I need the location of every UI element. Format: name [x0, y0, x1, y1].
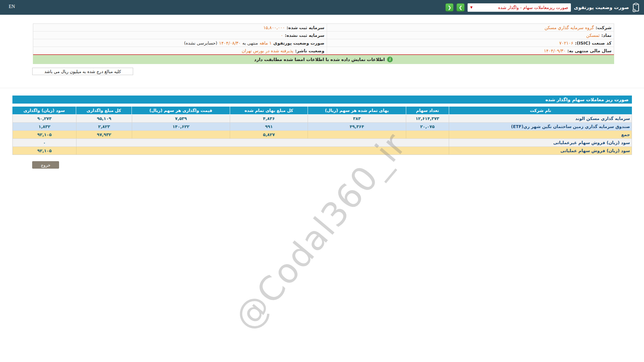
codal360-watermark: @Codal360_ir	[227, 125, 414, 338]
company-info-table: شرکت: گروه سرمایه گذاري مسکن سرمایه ثبت …	[33, 23, 614, 55]
row-cost-per-share: ۳۸۳	[308, 115, 406, 122]
nav-prev-button[interactable]: ❮	[445, 3, 453, 11]
column-header-cost-per-share: بهای تمام شده هر سهم (ریال)	[308, 107, 406, 114]
info-row-isic: کد صنعت (ISIC): ۷۰۲۱۰۶ صورت وضعیت پورتفو…	[33, 39, 614, 47]
info-row-fiscal-year: سال مالی منتهی به: ۱۴۰۴/۰۹/۳۰ وضعیت ناشر…	[33, 47, 614, 54]
issuer-status-label: وضعیت ناشر:	[295, 48, 324, 53]
fiscal-year-value: ۱۴۰۴/۰۹/۳۰	[544, 48, 566, 53]
chevron-down-icon: ▼	[470, 6, 473, 9]
unit-note-box: کلیه مبالغ درج شده به میلیون ریال می باش…	[32, 68, 133, 75]
total-profit: ۹۲,۱۰۵	[13, 131, 76, 138]
transactions-table-header: نام شرکت تعداد سهام بهای تمام شده هر سهم…	[12, 107, 632, 114]
statement-period-mid: منتهی به	[243, 41, 258, 46]
info-row-symbol: نماد: ثمسکن سرمایه ثبت نشده: ۰	[33, 32, 614, 39]
row-total-cost: ۹۹۱	[230, 123, 308, 130]
report-select-dropdown[interactable]: صورت ریزمعاملات سهام - واگذار شده ▼	[468, 3, 571, 12]
operating-profit-value: ۹۲,۱۰۵	[13, 147, 76, 155]
nonoperating-profit-value: ۰	[13, 139, 76, 146]
company-label: شرکت:	[596, 25, 611, 30]
row-profit: ۱,۸۳۲	[13, 123, 76, 130]
symbol-cell: نماد: ثمسکن	[327, 32, 614, 39]
row-total-sale: ۹۵,۱۰۹	[76, 115, 132, 122]
table-row-total: جمع ۵,۸۲۷ ۹۷,۹۳۲ ۹۲,۱۰۵	[13, 130, 632, 138]
total-cost-per-share	[308, 131, 406, 138]
isic-value: ۷۰۲۱۰۶	[559, 41, 573, 46]
exit-button[interactable]: خروج	[32, 161, 59, 169]
statement-period-cell: صورت وضعیت پورتفوی ۱ ماهه منتهی به ۱۴۰۴/…	[33, 39, 327, 47]
statement-audit-status: (حسابرسی نشده)	[184, 41, 217, 46]
statement-period-date: ۱۴۰۴/۰۸/۳۰	[219, 41, 241, 46]
top-bar-controls: صورت وضعیت پورتفوی صورت ریزمعاملات سهام …	[445, 3, 640, 12]
unregistered-capital-value: ۰	[281, 33, 283, 38]
signed-data-banner-text: اطلاعات نمایش داده شده با اطلاعات امضا ش…	[254, 57, 385, 62]
row-share-count: ۱۲,۶۱۴,۳۷۳	[406, 115, 449, 122]
merged-empty-cell	[76, 147, 449, 155]
column-header-total-sale: کل مبلغ واگذاری	[76, 107, 131, 114]
unregistered-capital-cell: سرمایه ثبت نشده: ۰	[33, 32, 327, 39]
total-sale-per-share	[132, 131, 230, 138]
transactions-table-body: سرمایه گذاري مسکن الوند ۱۲,۶۱۴,۳۷۳ ۳۸۳ ۴…	[12, 114, 632, 155]
issuer-status-cell: وضعیت ناشر: پذیرفته شده در بورس تهران	[33, 47, 327, 54]
row-sale-per-share: ۷,۵۳۹	[132, 115, 230, 122]
statement-period-length: ۱ ماهه	[260, 41, 272, 46]
row-profit: ۹۰,۲۷۳	[13, 115, 76, 122]
signed-data-banner: i اطلاعات نمایش داده شده با اطلاعات امضا…	[33, 55, 614, 64]
column-header-profit: سود (زیان) واگذاری	[12, 107, 76, 114]
table-row: سرمایه گذاري مسکن الوند ۱۲,۶۱۴,۳۷۳ ۳۸۳ ۴…	[13, 114, 632, 122]
statement-period-label: صورت وضعیت پورتفوی	[273, 41, 324, 46]
column-header-sale-per-share: قیمت واگذاری هر سهم (ریال)	[131, 107, 230, 114]
row-company-name: صندوق سرمایه گذاري زمین ساختمان نگین شهر…	[449, 123, 632, 130]
info-row-company: شرکت: گروه سرمایه گذاري مسکن سرمایه ثبت …	[33, 24, 614, 32]
row-share-count: ۲۰,۰۷۵	[406, 123, 449, 130]
fiscal-year-cell: سال مالی منتهی به: ۱۴۰۴/۰۹/۳۰	[327, 47, 614, 54]
isic-cell: کد صنعت (ISIC): ۷۰۲۱۰۶	[327, 39, 614, 47]
info-icon: i	[387, 57, 393, 62]
issuer-status-value: پذیرفته شده در بورس تهران	[242, 48, 293, 53]
column-header-total-cost: کل مبلغ بهای تمام شده	[230, 107, 308, 114]
language-toggle-en[interactable]: EN	[9, 4, 15, 9]
section-divider	[0, 88, 644, 88]
table-row-nonoperating: سود (زیان) فروش سهام غیرعملیاتی ۰	[13, 138, 632, 146]
transactions-table: صورت ریز معاملات سهام واگذار شده نام شرک…	[12, 96, 632, 155]
column-header-company-name: نام شرکت	[449, 107, 632, 114]
registered-capital-label: سرمایه ثبت شده:	[286, 25, 324, 30]
fiscal-year-label: سال مالی منتهی به:	[567, 48, 611, 53]
nonoperating-profit-label: سود (زیان) فروش سهام غیرعملیاتی	[449, 139, 632, 146]
isic-label: کد صنعت (ISIC):	[575, 41, 611, 46]
table-row: صندوق سرمایه گذاري زمین ساختمان نگین شهر…	[13, 122, 632, 130]
row-company-name: سرمایه گذاري مسکن الوند	[449, 115, 632, 122]
row-sale-per-share: ۱۴۰,۶۲۲	[132, 123, 230, 130]
table-row-operating: سود (زیان) فروش سهام عملیاتی ۹۲,۱۰۵	[13, 146, 632, 155]
page-title: صورت وضعیت پورتفوی	[574, 5, 629, 10]
total-row-label: جمع	[449, 131, 632, 138]
symbol-label: نماد:	[601, 33, 611, 38]
symbol-value: ثمسکن	[586, 33, 600, 38]
portfolio-clipboard-icon	[632, 3, 640, 12]
registered-capital-cell: سرمایه ثبت شده: ۱۵,۸۰۰,۰۰۰	[33, 24, 327, 31]
operating-profit-label: سود (زیان) فروش سهام عملیاتی	[449, 147, 632, 155]
row-total-sale: ۲,۸۲۳	[76, 123, 132, 130]
unregistered-capital-label: سرمایه ثبت نشده:	[285, 33, 324, 38]
column-header-share-count: تعداد سهام	[406, 107, 449, 114]
nav-next-button[interactable]: ❯	[457, 3, 465, 11]
company-value: گروه سرمایه گذاري مسکن	[544, 25, 594, 30]
registered-capital-value: ۱۵,۸۰۰,۰۰۰	[263, 25, 285, 30]
total-share-count	[406, 131, 449, 138]
transactions-table-title: صورت ریز معاملات سهام واگذار شده	[12, 96, 632, 104]
top-bar: EN صورت وضعیت پورتفوی صورت ریزمعاملات سه…	[0, 0, 644, 15]
row-total-cost: ۴,۸۳۶	[230, 115, 308, 122]
total-sale: ۹۷,۹۳۲	[76, 131, 132, 138]
merged-empty-cell	[76, 139, 449, 146]
company-cell: شرکت: گروه سرمایه گذاري مسکن	[327, 24, 614, 31]
row-cost-per-share: ۴۹,۳۶۴	[308, 123, 406, 130]
report-select-value: صورت ریزمعاملات سهام - واگذار شده	[475, 5, 568, 10]
total-cost: ۵,۸۲۷	[230, 131, 308, 138]
